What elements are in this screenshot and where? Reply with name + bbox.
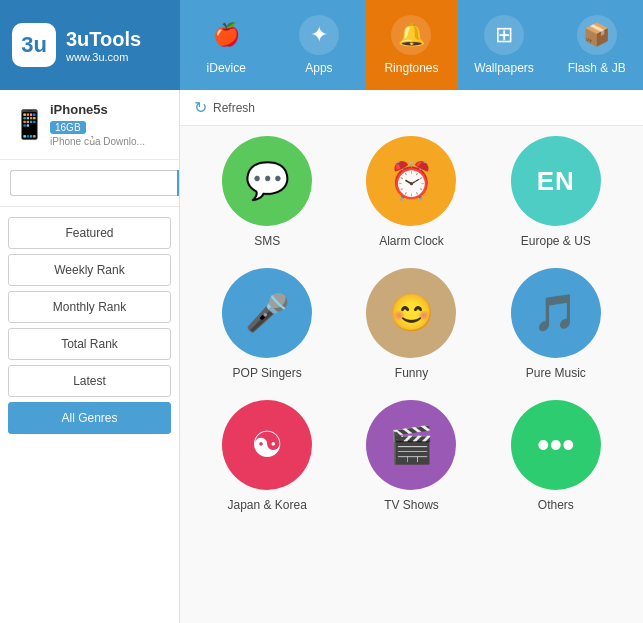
brand-text: 3uTools www.3u.com	[66, 28, 141, 63]
nav-icon-flash: 📦	[577, 15, 617, 55]
genre-label-tvshows: TV Shows	[384, 498, 439, 512]
device-storage-badge: 16GB	[50, 121, 86, 134]
sidebar-btn-latest[interactable]: Latest	[8, 365, 171, 397]
genre-label-europe: Europe & US	[521, 234, 591, 248]
genre-circle-japan: ☯	[222, 400, 312, 490]
genre-circle-music: 🎵	[511, 268, 601, 358]
nav-item-apps[interactable]: ✦ Apps	[273, 0, 366, 90]
genre-circle-funny: 😊	[366, 268, 456, 358]
genre-circle-europe: EN	[511, 136, 601, 226]
genre-circle-sms: 💬	[222, 136, 312, 226]
genre-label-funny: Funny	[395, 366, 428, 380]
nav-item-wallpapers[interactable]: ⊞ Wallpapers	[458, 0, 551, 90]
genres-grid: 💬 SMS ⏰ Alarm Clock EN Europe & US 🎤 POP…	[180, 126, 643, 623]
genre-circle-pop: 🎤	[222, 268, 312, 358]
sidebar-btn-total[interactable]: Total Rank	[8, 328, 171, 360]
nav-icon-idevice: 🍎	[206, 15, 246, 55]
nav-icon-ringtones: 🔔	[391, 15, 431, 55]
nav-label-ringtones: Ringtones	[384, 61, 438, 75]
sidebar-btn-allgenres[interactable]: All Genres	[8, 402, 171, 434]
nav-label-idevice: iDevice	[207, 61, 246, 75]
genre-label-sms: SMS	[254, 234, 280, 248]
refresh-bar: ↻ Refresh	[180, 90, 643, 126]
sidebar-btn-monthly[interactable]: Monthly Rank	[8, 291, 171, 323]
brand-name: 3uTools	[66, 28, 141, 51]
main-content: ↻ Refresh 💬 SMS ⏰ Alarm Clock EN Europe …	[180, 90, 643, 623]
search-area: Search	[0, 160, 179, 207]
genre-circle-alarm: ⏰	[366, 136, 456, 226]
genre-label-pop: POP Singers	[233, 366, 302, 380]
genre-label-alarm: Alarm Clock	[379, 234, 444, 248]
brand: 3u 3uTools www.3u.com	[0, 0, 180, 90]
device-details: iPhone5s 16GB iPhone của Downlo...	[50, 102, 167, 147]
genre-item-europe[interactable]: EN Europe & US	[489, 136, 623, 248]
device-name: iPhone5s	[50, 102, 167, 117]
content-area: 📱 iPhone5s 16GB iPhone của Downlo... Sea…	[0, 90, 643, 623]
genre-circle-others: •••	[511, 400, 601, 490]
genre-label-music: Pure Music	[526, 366, 586, 380]
genre-circle-tvshows: 🎬	[366, 400, 456, 490]
brand-logo: 3u	[12, 23, 56, 67]
nav-label-apps: Apps	[305, 61, 332, 75]
genre-label-japan: Japan & Korea	[227, 498, 306, 512]
genre-item-pop[interactable]: 🎤 POP Singers	[200, 268, 334, 380]
genre-item-sms[interactable]: 💬 SMS	[200, 136, 334, 248]
nav-items: 🍎 iDevice ✦ Apps 🔔 Ringtones ⊞ Wallpaper…	[180, 0, 643, 90]
sidebar: 📱 iPhone5s 16GB iPhone của Downlo... Sea…	[0, 90, 180, 623]
sidebar-menu: FeaturedWeekly RankMonthly RankTotal Ran…	[0, 207, 179, 444]
genre-item-funny[interactable]: 😊 Funny	[344, 268, 478, 380]
nav-label-wallpapers: Wallpapers	[474, 61, 534, 75]
device-sub: iPhone của Downlo...	[50, 136, 167, 147]
device-info: 📱 iPhone5s 16GB iPhone của Downlo...	[0, 90, 179, 160]
nav-label-flash: Flash & JB	[568, 61, 626, 75]
genre-item-alarm[interactable]: ⏰ Alarm Clock	[344, 136, 478, 248]
genre-item-japan[interactable]: ☯ Japan & Korea	[200, 400, 334, 512]
nav-item-flash[interactable]: 📦 Flash & JB	[550, 0, 643, 90]
genre-item-music[interactable]: 🎵 Pure Music	[489, 268, 623, 380]
nav-icon-apps: ✦	[299, 15, 339, 55]
top-nav: 3u 3uTools www.3u.com 🍎 iDevice ✦ Apps 🔔…	[0, 0, 643, 90]
brand-url: www.3u.com	[66, 51, 141, 63]
refresh-icon: ↻	[194, 98, 207, 117]
sidebar-btn-weekly[interactable]: Weekly Rank	[8, 254, 171, 286]
nav-icon-wallpapers: ⊞	[484, 15, 524, 55]
search-input[interactable]	[10, 170, 177, 196]
sidebar-btn-featured[interactable]: Featured	[8, 217, 171, 249]
nav-item-idevice[interactable]: 🍎 iDevice	[180, 0, 273, 90]
device-icon: 📱	[12, 108, 42, 141]
genre-label-others: Others	[538, 498, 574, 512]
genre-item-others[interactable]: ••• Others	[489, 400, 623, 512]
nav-item-ringtones[interactable]: 🔔 Ringtones	[365, 0, 458, 90]
genre-item-tvshows[interactable]: 🎬 TV Shows	[344, 400, 478, 512]
refresh-button[interactable]: Refresh	[213, 101, 255, 115]
